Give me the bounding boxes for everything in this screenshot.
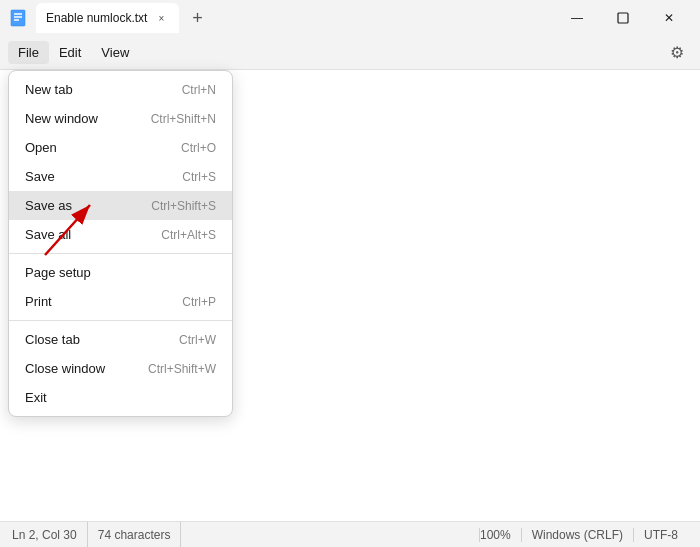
tab-bar: Enable numlock.txt × + xyxy=(36,3,211,33)
menu-item-label-save-all: Save all xyxy=(25,227,71,242)
title-bar: Enable numlock.txt × + — ✕ xyxy=(0,0,700,36)
file-dropdown-menu: New tabCtrl+NNew windowCtrl+Shift+NOpenC… xyxy=(8,70,233,417)
menu-item-shortcut-save: Ctrl+S xyxy=(182,170,216,184)
menu-item-label-new-window: New window xyxy=(25,111,98,126)
menu-bar-right: ⚙ xyxy=(662,38,692,68)
menu-item-label-close-tab: Close tab xyxy=(25,332,80,347)
menu-item-shortcut-close-tab: Ctrl+W xyxy=(179,333,216,347)
menu-item-page-setup[interactable]: Page setup xyxy=(9,258,232,287)
menu-item-exit[interactable]: Exit xyxy=(9,383,232,412)
tab-close-button[interactable]: × xyxy=(153,10,169,26)
menu-item-shortcut-new-tab: Ctrl+N xyxy=(182,83,216,97)
settings-button[interactable]: ⚙ xyxy=(662,38,692,68)
menu-item-shortcut-print: Ctrl+P xyxy=(182,295,216,309)
tab-title: Enable numlock.txt xyxy=(46,11,147,25)
file-menu-trigger[interactable]: File xyxy=(8,41,49,64)
menu-item-label-save-as: Save as xyxy=(25,198,72,213)
status-encoding[interactable]: UTF-8 xyxy=(633,528,688,542)
menu-item-save-as[interactable]: Save asCtrl+Shift+S xyxy=(9,191,232,220)
title-bar-left: Enable numlock.txt × + xyxy=(8,3,554,33)
status-position[interactable]: Ln 2, Col 30 xyxy=(12,522,88,547)
status-characters[interactable]: 74 characters xyxy=(88,522,182,547)
svg-rect-4 xyxy=(618,13,628,23)
menu-item-shortcut-close-window: Ctrl+Shift+W xyxy=(148,362,216,376)
dropdown-overlay: New tabCtrl+NNew windowCtrl+Shift+NOpenC… xyxy=(0,70,700,521)
svg-rect-0 xyxy=(11,10,25,26)
menu-item-save-all[interactable]: Save allCtrl+Alt+S xyxy=(9,220,232,249)
menu-item-label-new-tab: New tab xyxy=(25,82,73,97)
menu-item-open[interactable]: OpenCtrl+O xyxy=(9,133,232,162)
menu-item-label-page-setup: Page setup xyxy=(25,265,91,280)
menu-item-new-window[interactable]: New windowCtrl+Shift+N xyxy=(9,104,232,133)
view-menu-trigger[interactable]: View xyxy=(91,41,139,64)
active-tab[interactable]: Enable numlock.txt × xyxy=(36,3,179,33)
status-right: 100% Windows (CRLF) UTF-8 xyxy=(479,528,688,542)
title-bar-controls: — ✕ xyxy=(554,2,692,34)
menu-separator xyxy=(9,320,232,321)
menu-item-label-save: Save xyxy=(25,169,55,184)
menu-item-close-window[interactable]: Close windowCtrl+Shift+W xyxy=(9,354,232,383)
menu-item-print[interactable]: PrintCtrl+P xyxy=(9,287,232,316)
app-icon xyxy=(8,8,28,28)
menu-item-label-exit: Exit xyxy=(25,390,47,405)
menu-item-shortcut-save-as: Ctrl+Shift+S xyxy=(151,199,216,213)
status-line-ending[interactable]: Windows (CRLF) xyxy=(521,528,633,542)
menu-item-shortcut-new-window: Ctrl+Shift+N xyxy=(151,112,216,126)
close-button[interactable]: ✕ xyxy=(646,2,692,34)
new-tab-button[interactable]: + xyxy=(183,4,211,32)
status-zoom[interactable]: 100% xyxy=(479,528,521,542)
menu-item-save[interactable]: SaveCtrl+S xyxy=(9,162,232,191)
menu-separator xyxy=(9,253,232,254)
menu-item-new-tab[interactable]: New tabCtrl+N xyxy=(9,75,232,104)
menu-item-shortcut-open: Ctrl+O xyxy=(181,141,216,155)
minimize-button[interactable]: — xyxy=(554,2,600,34)
maximize-button[interactable] xyxy=(600,2,646,34)
edit-menu-trigger[interactable]: Edit xyxy=(49,41,91,64)
menu-item-shortcut-save-all: Ctrl+Alt+S xyxy=(161,228,216,242)
menu-bar: File Edit View ⚙ xyxy=(0,36,700,70)
menu-item-label-print: Print xyxy=(25,294,52,309)
menu-item-close-tab[interactable]: Close tabCtrl+W xyxy=(9,325,232,354)
menu-item-label-open: Open xyxy=(25,140,57,155)
status-bar: Ln 2, Col 30 74 characters 100% Windows … xyxy=(0,521,700,547)
menu-item-label-close-window: Close window xyxy=(25,361,105,376)
